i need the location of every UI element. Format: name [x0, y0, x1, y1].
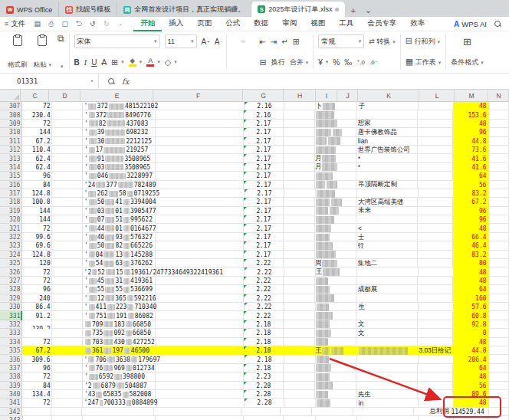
column-header-E[interactable]: E — [80, 90, 153, 101]
cell[interactable] — [356, 172, 418, 180]
cell[interactable] — [156, 120, 244, 128]
cell[interactable] — [284, 207, 315, 215]
cell[interactable]: '82437083 — [83, 120, 156, 128]
italic-button[interactable]: I — [84, 58, 87, 67]
cell[interactable]: 70918366850 — [83, 320, 156, 329]
row-header[interactable]: 343 — [0, 416, 23, 420]
strikethrough-button[interactable]: A — [101, 58, 107, 67]
cell[interactable] — [156, 285, 244, 294]
cell[interactable] — [156, 224, 245, 232]
cell[interactable] — [315, 329, 356, 337]
cell[interactable] — [418, 233, 453, 241]
cell[interactable] — [489, 163, 509, 172]
cell[interactable]: 2.17 — [244, 163, 284, 172]
cell[interactable] — [418, 251, 453, 259]
cell[interactable] — [156, 346, 244, 355]
cell[interactable]: '50413394004 — [83, 198, 156, 206]
cell[interactable] — [418, 311, 453, 320]
cell[interactable]: '5082665226 — [83, 241, 156, 250]
number-format-select[interactable]: 常规▾ — [318, 34, 364, 48]
merge-center-icon-button[interactable]: ⊞ — [293, 37, 300, 47]
cell[interactable] — [284, 294, 315, 303]
cell[interactable] — [489, 172, 509, 180]
cell[interactable] — [52, 416, 83, 420]
cell[interactable]: '03013905477 — [83, 207, 156, 215]
cell[interactable] — [156, 163, 244, 172]
cell[interactable] — [489, 355, 509, 363]
row-header[interactable]: 334 — [0, 338, 22, 346]
cell[interactable] — [418, 294, 453, 303]
cell[interactable]: 44.8 — [453, 346, 488, 355]
cell[interactable] — [353, 408, 415, 416]
cell[interactable] — [52, 364, 83, 372]
column-header-D[interactable]: D — [49, 90, 80, 101]
cell[interactable]: 吊顶隔断定制 — [356, 181, 418, 189]
formula-input[interactable] — [129, 74, 509, 89]
print-preview-icon[interactable]: ▢ — [61, 20, 69, 28]
cell[interactable]: 2.28 — [244, 390, 284, 399]
cell[interactable]: 2.18 — [244, 346, 284, 355]
cell[interactable] — [284, 338, 315, 346]
cell[interactable]: * — [356, 163, 418, 172]
cell[interactable] — [489, 285, 509, 294]
ribbon-tab-开始[interactable]: 开始 — [133, 16, 162, 31]
cell[interactable]: '4531419361 — [83, 277, 156, 285]
align-middle-button[interactable] — [241, 40, 245, 43]
convert-button[interactable]: ⇄ 转换▾ — [369, 37, 396, 47]
cell[interactable] — [315, 120, 356, 128]
cell[interactable] — [52, 277, 83, 285]
cell[interactable] — [284, 320, 315, 329]
cell[interactable] — [52, 382, 83, 390]
row-header[interactable]: 308 — [0, 110, 22, 119]
row-header[interactable]: 330 — [0, 303, 22, 311]
cell[interactable] — [156, 146, 244, 154]
cell[interactable]: 48 — [453, 224, 488, 232]
cell[interactable] — [156, 172, 244, 180]
cell[interactable] — [418, 120, 453, 128]
cell[interactable]: 44.8 — [453, 137, 488, 146]
cell[interactable]: 60.8 — [453, 311, 488, 320]
total-profit-cell[interactable]: 114529.44 — [452, 408, 489, 416]
cell[interactable]: 69.6 — [22, 241, 51, 250]
cell[interactable]: 144 — [22, 215, 51, 224]
cell[interactable] — [418, 364, 453, 372]
cell[interactable]: 3.03日给记 — [418, 346, 453, 355]
cell[interactable] — [418, 259, 453, 267]
cell[interactable] — [489, 189, 509, 198]
cell[interactable] — [83, 416, 156, 420]
cell[interactable] — [357, 355, 419, 363]
cell[interactable] — [489, 215, 509, 224]
cell[interactable] — [418, 154, 453, 162]
merge-cells-button[interactable]: 合并▾ — [290, 57, 309, 67]
row-header[interactable]: 341 — [0, 399, 22, 407]
cell[interactable]: '4693576327 — [83, 233, 156, 241]
cell[interactable] — [52, 110, 83, 119]
formula-search-icon[interactable] — [108, 78, 115, 85]
cell[interactable] — [489, 137, 509, 146]
cell[interactable] — [489, 382, 509, 390]
row-header[interactable]: 323 — [0, 241, 22, 250]
cell[interactable]: 46.4 — [453, 241, 488, 250]
cell[interactable] — [52, 137, 83, 146]
cell[interactable] — [316, 416, 357, 420]
cell[interactable] — [489, 320, 509, 329]
cell[interactable] — [315, 382, 356, 390]
cell[interactable]: 206.4 — [454, 355, 489, 363]
cell[interactable]: 2.17 — [244, 241, 284, 250]
row-header[interactable]: 310 — [0, 128, 22, 136]
cell[interactable] — [52, 198, 83, 206]
new-tab-button[interactable]: + — [345, 6, 359, 17]
cell[interactable] — [22, 408, 51, 416]
cell[interactable] — [52, 320, 83, 329]
cell[interactable]: 成都展 — [356, 285, 418, 294]
cell[interactable]: 57.6 — [454, 303, 489, 311]
cell[interactable]: '5555536699 — [83, 285, 156, 294]
cell[interactable]: '411223710340 — [83, 303, 157, 311]
column-header-L[interactable]: L — [419, 90, 455, 101]
cell[interactable] — [489, 224, 509, 232]
cell[interactable]: 周 — [315, 259, 356, 267]
row-header[interactable]: 337 — [0, 364, 22, 372]
cell[interactable] — [156, 320, 244, 329]
cell[interactable]: 100.8 — [22, 198, 51, 206]
cell[interactable] — [52, 355, 83, 363]
